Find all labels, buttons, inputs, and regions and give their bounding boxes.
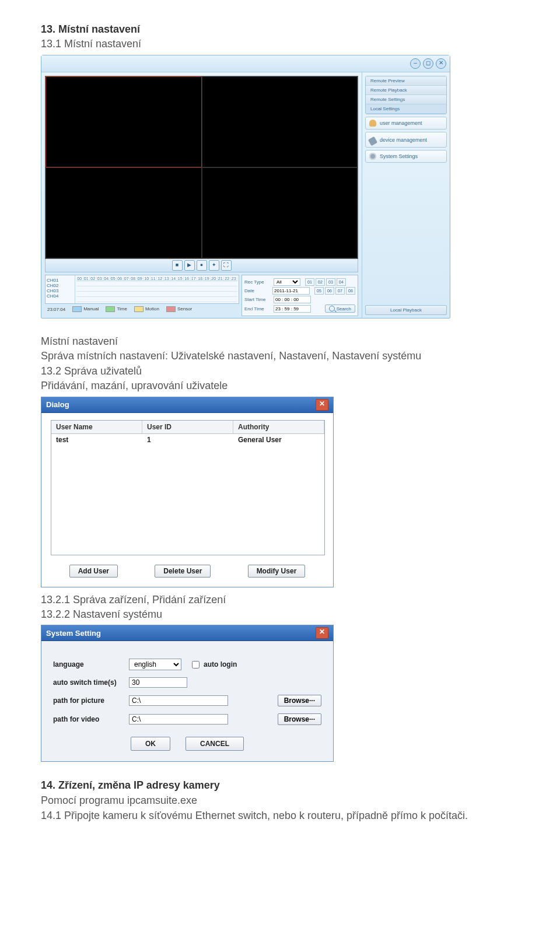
heading-14: 14. Zřízení, změna IP adresy kamery — [41, 779, 519, 792]
user-icon — [369, 120, 376, 127]
auto-login-checkbox[interactable] — [192, 661, 200, 668]
date-input[interactable] — [272, 287, 310, 295]
search-button[interactable]: Search — [325, 304, 355, 313]
search-icon — [329, 306, 335, 312]
dialog-titlebar: System Setting ✕ — [41, 625, 333, 641]
system-settings-button[interactable]: System Settings — [365, 150, 447, 163]
ok-button[interactable]: OK — [131, 737, 170, 751]
sidebar-tab-group: Remote Preview Remote Playback Remote Se… — [365, 76, 447, 114]
language-label: language — [53, 660, 129, 668]
heading-13-2-1: 13.2.1 Správa zařízení, Přidání zařízení — [41, 593, 519, 607]
rec-type-select[interactable]: All — [274, 278, 300, 286]
video-path-input[interactable] — [129, 714, 228, 724]
dialog-title: Dialog — [46, 400, 69, 409]
local-settings-title: Místní nastavení — [41, 335, 519, 348]
minimize-icon[interactable]: – — [410, 58, 421, 69]
clock-time: 23:07:04 — [47, 307, 65, 312]
tab-local-settings[interactable]: Local Settings — [366, 104, 446, 114]
start-time-input[interactable] — [274, 296, 311, 303]
timeline-legend: 23:07:04 Manual Time Motion Sensor — [45, 305, 239, 313]
delete-user-button[interactable]: Delete User — [155, 565, 211, 578]
auto-login-label: auto login — [204, 660, 237, 668]
search-panel: Rec Type All 01020304 Date 05060708 Star… — [242, 275, 358, 316]
video-viewport[interactable] — [45, 76, 358, 259]
video-path-label: path for video — [53, 715, 129, 723]
language-select[interactable]: english — [129, 659, 181, 670]
screenshot-cms-window: – ◻ ✕ ■ ▶ ● ✦ ⛶ CH01 CH02 — [41, 55, 450, 318]
text-14a: Pomocí programu ipcamsuite.exe — [41, 794, 519, 807]
close-icon[interactable]: ✕ — [436, 58, 446, 69]
timeline: CH01 CH02 CH03 CH04 00010203040506070809… — [45, 275, 239, 304]
picture-path-label: path for picture — [53, 696, 129, 705]
sidebar: Remote Preview Remote Playback Remote Se… — [362, 72, 450, 318]
cancel-button[interactable]: CANCEL — [186, 737, 244, 751]
end-time-input[interactable] — [274, 305, 311, 313]
col-user-id: User ID — [142, 421, 233, 433]
play-button[interactable]: ▶ — [184, 260, 195, 271]
add-user-button[interactable]: Add User — [69, 565, 118, 578]
heading-13: 13. Místní nastavení — [41, 23, 519, 36]
auto-switch-label: auto switch time(s) — [53, 678, 129, 687]
wrench-icon — [368, 136, 377, 146]
heading-13-1: 13.1 Místní nastavení — [41, 38, 519, 50]
close-button[interactable]: ✕ — [316, 627, 328, 639]
local-playback-tab[interactable]: Local Playback — [365, 305, 447, 315]
maximize-icon[interactable]: ◻ — [423, 58, 433, 69]
playback-toolbar: ■ ▶ ● ✦ ⛶ — [45, 259, 358, 272]
modify-user-button[interactable]: Modify User — [248, 565, 306, 578]
table-row[interactable]: test 1 General User — [51, 434, 324, 446]
heading-14-1: 14.1 Připojte kameru k síťovému Ethernet… — [41, 809, 519, 822]
close-button[interactable]: ✕ — [316, 399, 328, 411]
col-authority: Authority — [233, 421, 324, 433]
picture-path-input[interactable] — [129, 695, 228, 706]
tab-remote-preview[interactable]: Remote Preview — [366, 76, 446, 86]
user-management-button[interactable]: user management — [365, 117, 447, 130]
browse-video-button[interactable]: Browse··· — [278, 713, 321, 725]
screenshot-system-setting: System Setting ✕ language english auto l… — [41, 625, 334, 762]
heading-13-2: 13.2 Správa uživatelů — [41, 365, 519, 378]
browse-picture-button[interactable]: Browse··· — [278, 695, 321, 706]
record-button[interactable]: ● — [197, 260, 207, 271]
heading-13-2-desc: Přidávání, mazání, upravování uživatele — [41, 379, 519, 393]
gear-icon — [369, 153, 376, 160]
auto-switch-input[interactable] — [129, 677, 187, 688]
snapshot-button[interactable]: ✦ — [209, 260, 219, 271]
col-user-name: User Name — [51, 421, 142, 433]
local-settings-desc: Správa místních nastavení: Uživatelské n… — [41, 349, 519, 363]
dialog-title: System Setting — [46, 629, 101, 638]
window-titlebar: – ◻ ✕ — [41, 55, 450, 72]
tab-remote-playback[interactable]: Remote Playback — [366, 86, 446, 95]
heading-13-2-2: 13.2.2 Nastavení systému — [41, 608, 519, 621]
tab-remote-settings[interactable]: Remote Settings — [366, 95, 446, 104]
screenshot-user-dialog: Dialog ✕ User Name User ID Authority tes… — [41, 397, 334, 587]
fullscreen-button[interactable]: ⛶ — [221, 260, 232, 271]
dialog-titlebar: Dialog ✕ — [41, 397, 333, 413]
timeline-hours: 0001020304050607080910111213141516171819… — [76, 276, 237, 281]
stop-button[interactable]: ■ — [172, 260, 183, 271]
user-table: User Name User ID Authority test 1 Gener… — [51, 420, 325, 555]
timeline-channel-list: CH01 CH02 CH03 CH04 — [46, 275, 75, 303]
device-management-button[interactable]: device management — [365, 132, 447, 148]
